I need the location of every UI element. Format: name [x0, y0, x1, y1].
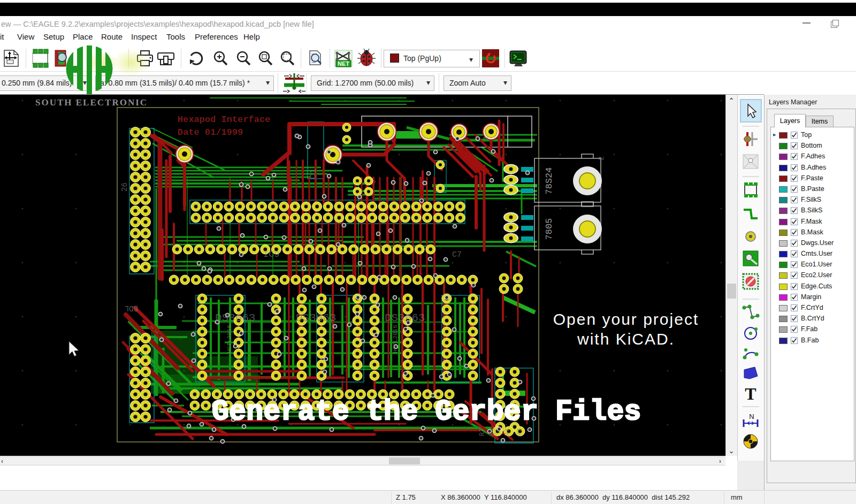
- svg-text:with KiCAD.: with KiCAD.: [577, 330, 675, 348]
- svg-text:78S24: 78S24: [544, 167, 554, 194]
- svg-text:BDL: BDL: [125, 304, 138, 312]
- svg-text:Hexapod Interface: Hexapod Interface: [178, 114, 270, 125]
- svg-text:SOUTH ELECTRONIC: SOUTH ELECTRONIC: [35, 97, 148, 108]
- svg-text:Date 01/1999: Date 01/1999: [178, 127, 243, 138]
- svg-text:Open your project: Open your project: [553, 310, 699, 328]
- svg-text:1: 1: [482, 136, 490, 140]
- svg-text:R7: R7: [479, 429, 486, 436]
- svg-text:HCTL2016: HCTL2016: [226, 325, 233, 353]
- svg-text:C7: C7: [452, 250, 462, 259]
- svg-text:NET: NET: [338, 60, 349, 67]
- svg-text:DS3663: DS3663: [215, 312, 256, 324]
- svg-text:Generate the Gerber Files: Generate the Gerber Files: [212, 396, 641, 428]
- svg-text:T: T: [745, 384, 756, 403]
- svg-text:7805: 7805: [544, 218, 554, 240]
- svg-text:DS3663: DS3663: [296, 312, 337, 324]
- svg-text:HCTL2016: HCTL2016: [392, 325, 399, 353]
- svg-text:R7: R7: [516, 429, 524, 436]
- svg-text:C1: C1: [308, 169, 318, 179]
- svg-text:26: 26: [120, 182, 129, 192]
- svg-text:DS3663: DS3663: [385, 312, 425, 324]
- svg-text:R7: R7: [491, 429, 499, 436]
- svg-text:R7: R7: [504, 429, 511, 436]
- svg-text:N: N: [749, 413, 754, 421]
- svg-text:IC9: IC9: [263, 249, 280, 259]
